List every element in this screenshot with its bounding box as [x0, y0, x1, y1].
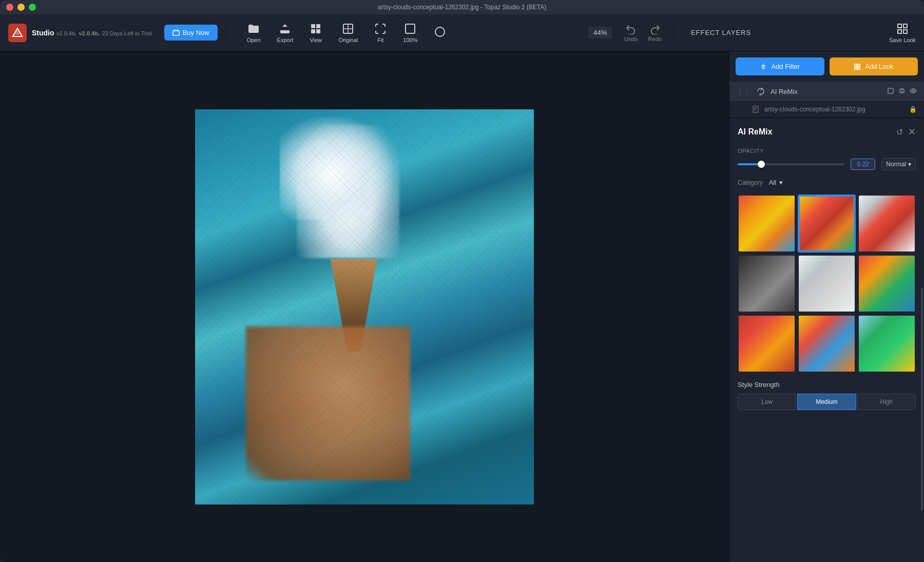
- layer-remix-icon: [756, 87, 765, 96]
- layer-item-ai-remix[interactable]: ⋮⋮ AI ReMix: [729, 82, 924, 102]
- toolbar-divider-1: [230, 23, 230, 43]
- view-button[interactable]: View: [305, 21, 326, 45]
- file-icon: [752, 106, 759, 113]
- style-thumb-2[interactable]: [798, 195, 856, 253]
- original-label: Original: [338, 37, 358, 43]
- svg-rect-8: [406, 24, 415, 33]
- drag-handle-icon: ⋮⋮: [737, 87, 751, 95]
- add-filter-label: Add Filter: [771, 63, 800, 70]
- svg-rect-21: [858, 67, 860, 69]
- export-label: Export: [277, 37, 294, 43]
- svg-rect-12: [898, 30, 901, 33]
- open-button[interactable]: Open: [243, 21, 265, 45]
- undo-button[interactable]: Undo: [620, 21, 642, 44]
- style-thumb-5[interactable]: [798, 255, 856, 313]
- original-button[interactable]: Original: [334, 21, 362, 45]
- style-thumb-9-image: [859, 316, 915, 372]
- opacity-slider-track: [738, 163, 844, 165]
- style-thumb-9[interactable]: [858, 315, 916, 373]
- chevron-down-icon: ▾: [908, 161, 911, 168]
- fit-label: Fit: [377, 37, 383, 43]
- undo-redo-group: Undo Redo: [620, 21, 666, 44]
- opacity-slider[interactable]: [738, 159, 844, 169]
- style-thumb-4[interactable]: [738, 255, 796, 313]
- style-thumb-7[interactable]: [738, 315, 796, 373]
- effect-layers-label: EFFECT LAYERS: [691, 29, 751, 36]
- opacity-slider-thumb[interactable]: [758, 161, 765, 168]
- redo-label: Redo: [648, 36, 662, 42]
- add-filter-button[interactable]: Add Filter: [736, 57, 824, 75]
- zoom-100-label: 100%: [403, 37, 417, 43]
- svg-rect-2: [173, 31, 179, 35]
- strength-high-button[interactable]: High: [857, 394, 916, 410]
- opacity-value[interactable]: 0.22: [851, 159, 875, 170]
- svg-point-1: [15, 31, 20, 35]
- effect-layers-section: Add Filter Add Look: [729, 51, 924, 82]
- redo-button[interactable]: Redo: [644, 21, 666, 44]
- filter-close-button[interactable]: ✕: [908, 126, 916, 138]
- add-look-button[interactable]: Add Look: [830, 57, 918, 75]
- blend-mode-select[interactable]: Normal ▾: [881, 158, 916, 170]
- category-select[interactable]: All ▾: [769, 179, 783, 186]
- strength-high-label: High: [880, 398, 893, 405]
- right-panel: Add Filter Add Look ⋮⋮ AI ReMix: [729, 51, 924, 562]
- style-thumb-2-image: [799, 196, 855, 251]
- style-thumb-1[interactable]: [738, 195, 796, 253]
- filter-reset-button[interactable]: ↺: [896, 127, 903, 137]
- opacity-label: OPACITY: [738, 148, 764, 154]
- buy-now-button[interactable]: Buy Now: [164, 25, 218, 41]
- minimize-button[interactable]: [17, 4, 25, 11]
- style-thumb-6[interactable]: [858, 255, 916, 313]
- category-chevron-icon: ▾: [779, 179, 783, 186]
- fit-button[interactable]: Fit: [370, 21, 391, 45]
- close-button[interactable]: [6, 4, 13, 11]
- svg-rect-25: [753, 106, 758, 112]
- add-look-label: Add Look: [865, 63, 893, 70]
- maximize-button[interactable]: [29, 4, 36, 11]
- style-strength-label: Style Strength: [738, 381, 916, 389]
- title-bar: artsy-clouds-conceptual-1262302.jpg - To…: [0, 0, 924, 14]
- panel-scrollbar[interactable]: [921, 287, 923, 511]
- layer-file-name: artsy-clouds-conceptual-1262302.jpg: [764, 106, 904, 113]
- mode-button[interactable]: [430, 24, 450, 42]
- traffic-lights: [6, 4, 36, 11]
- style-thumb-6-image: [859, 256, 915, 312]
- style-thumb-3[interactable]: [858, 195, 916, 253]
- style-thumb-4-image: [739, 256, 795, 312]
- zoom-100-button[interactable]: 100%: [399, 21, 421, 45]
- svg-rect-13: [903, 30, 907, 33]
- opacity-row: 0.22 Normal ▾: [738, 158, 916, 170]
- category-label: Category: [738, 179, 763, 186]
- toolbar-divider-2: [678, 23, 679, 43]
- svg-rect-18: [855, 64, 857, 66]
- svg-point-9: [435, 27, 445, 36]
- view-label: View: [310, 37, 322, 43]
- layer-delete-button[interactable]: [898, 87, 906, 96]
- layer-name: AI ReMix: [771, 88, 882, 95]
- layer-visibility-button[interactable]: [910, 87, 917, 96]
- style-thumb-1-image: [739, 196, 795, 251]
- style-thumb-8-image: [799, 316, 855, 372]
- export-button[interactable]: Export: [273, 21, 298, 45]
- filter-panel: AI ReMix ↺ ✕ OPACITY 0.22 Normal ▾: [729, 118, 924, 562]
- blend-mode-label: Normal: [886, 161, 906, 168]
- layer-mask-button[interactable]: [887, 87, 894, 96]
- canvas-area: [0, 51, 729, 562]
- window-title: artsy-clouds-conceptual-1262302.jpg - To…: [378, 4, 546, 11]
- svg-rect-4: [316, 24, 320, 28]
- main-area: Add Filter Add Look ⋮⋮ AI ReMix: [0, 51, 924, 562]
- app-name: Studio: [32, 29, 54, 37]
- save-look-label: Save Look: [889, 37, 916, 43]
- style-thumb-8[interactable]: [798, 315, 856, 373]
- svg-rect-23: [900, 89, 904, 93]
- svg-rect-5: [311, 29, 315, 33]
- strength-low-button[interactable]: Low: [738, 394, 796, 410]
- version-text: v2.0.4b,: [56, 30, 76, 36]
- svg-rect-19: [858, 64, 860, 66]
- strength-medium-button[interactable]: Medium: [797, 394, 856, 410]
- svg-rect-3: [311, 24, 315, 28]
- layer-actions: [887, 87, 917, 96]
- trial-text: 23 Days Left in Trial: [102, 30, 151, 36]
- save-look-button[interactable]: Save Look: [889, 23, 916, 43]
- logo-area: Studio v2.0.4b, v2.0.4b, 23 Days Left in…: [8, 24, 152, 42]
